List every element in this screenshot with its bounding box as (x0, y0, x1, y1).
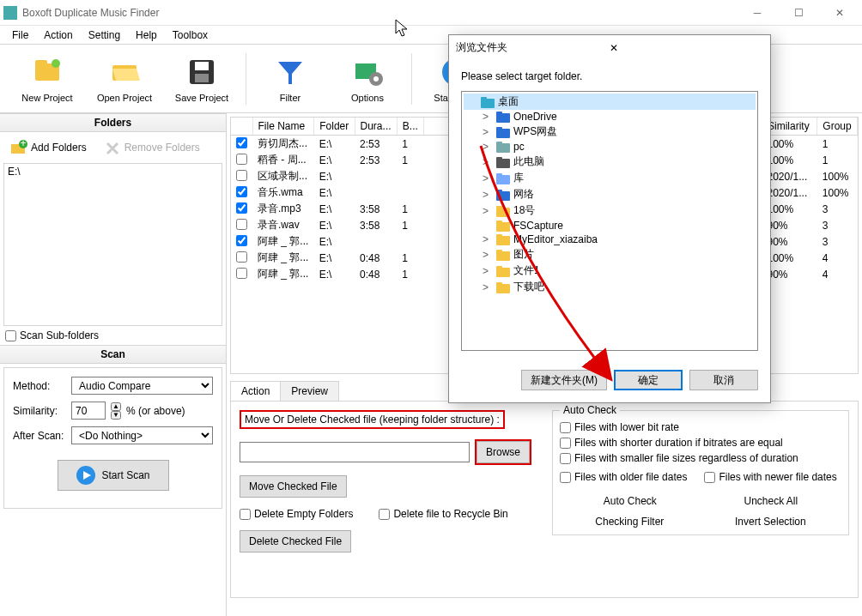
expand-icon[interactable]: > (483, 233, 493, 245)
move-checked-button[interactable]: Move Checked File (240, 475, 347, 498)
remove-folders-button[interactable]: Remove Folders (99, 137, 205, 158)
svg-rect-45 (496, 282, 502, 286)
expand-icon[interactable]: > (483, 265, 493, 277)
tree-item[interactable]: >网络 (464, 186, 756, 202)
folder-tree[interactable]: 桌面>OneDrive>WPS网盘>pc>此电脑>库>网络>18号FSCaptu… (461, 91, 758, 351)
menu-toolbox[interactable]: Toolbox (166, 27, 215, 43)
svg-rect-7 (195, 62, 209, 70)
new-folder-button[interactable]: 新建文件夹(M) (521, 370, 607, 390)
tree-item[interactable]: >pc (464, 140, 756, 154)
row-checkbox[interactable] (236, 235, 247, 246)
method-select[interactable]: Audio Compare (71, 377, 213, 395)
start-scan-button[interactable]: Start Scan (58, 460, 169, 491)
folder-entry[interactable]: E:\ (8, 166, 218, 178)
minimize-button[interactable]: ─ (738, 1, 776, 25)
delete-recycle-checkbox[interactable] (379, 509, 390, 520)
column-header[interactable]: B... (397, 118, 423, 136)
tree-item[interactable]: FSCapture (464, 219, 756, 233)
filter-icon (273, 55, 307, 89)
menu-setting[interactable]: Setting (82, 27, 127, 43)
row-checkbox[interactable] (236, 251, 247, 263)
ac-older-dates[interactable] (560, 472, 571, 483)
filter-button[interactable]: Filter (252, 48, 329, 110)
ac-newer-dates[interactable] (704, 472, 715, 483)
tree-item[interactable]: 桌面 (464, 94, 756, 110)
invert-selection-button[interactable]: Invert Selection (735, 516, 806, 528)
similarity-down[interactable]: ▼ (111, 411, 121, 420)
expand-icon[interactable]: > (483, 281, 493, 293)
after-scan-select[interactable]: <Do Nothing> (71, 426, 213, 444)
tab-action[interactable]: Action (230, 381, 281, 401)
open-project-button[interactable]: Open Project (86, 48, 163, 110)
maximize-button[interactable]: ☐ (780, 1, 817, 25)
tree-item[interactable]: >WPS网盘 (464, 124, 756, 140)
app-icon (3, 6, 17, 20)
close-button[interactable]: ✕ (821, 1, 859, 25)
similarity-suffix: % (or above) (126, 405, 185, 417)
browse-button[interactable]: Browse (477, 441, 530, 463)
row-checkbox[interactable] (236, 202, 247, 214)
menu-file[interactable]: File (5, 27, 35, 43)
options-button[interactable]: Options (329, 48, 406, 110)
expand-icon[interactable]: > (483, 156, 493, 168)
column-header[interactable]: File Name (252, 118, 314, 136)
dialog-close-button[interactable]: ✕ (610, 42, 763, 54)
ac-smaller-size[interactable] (560, 453, 571, 464)
new-project-button[interactable]: New Project (9, 48, 86, 110)
tree-item[interactable]: >文件1 (464, 263, 756, 279)
expand-icon[interactable]: > (483, 111, 493, 123)
ok-button[interactable]: 确定 (614, 370, 683, 390)
save-project-button[interactable]: Save Project (163, 48, 240, 110)
tree-item[interactable]: >18号 (464, 202, 756, 219)
expand-icon[interactable]: > (483, 172, 493, 184)
ac-lower-bitrate[interactable] (560, 422, 571, 433)
scan-subfolders-checkbox[interactable] (5, 330, 16, 341)
bottom-tabs: Action Preview Move Or Delete Checked fi… (230, 381, 859, 598)
similarity-up[interactable]: ▲ (111, 402, 121, 411)
options-icon (350, 55, 385, 89)
auto-check-button[interactable]: Auto Check (604, 495, 657, 507)
browse-folder-dialog: 浏览文件夹 ✕ Please select target folder. 桌面>… (448, 34, 771, 403)
target-folder-input[interactable] (240, 442, 470, 462)
menu-action[interactable]: Action (37, 27, 79, 43)
uncheck-all-button[interactable]: Uncheck All (744, 495, 798, 507)
tree-item[interactable]: >OneDrive (464, 110, 756, 124)
auto-check-panel: Auto Check Files with lower bit rate Fil… (552, 410, 849, 589)
column-header[interactable]: Folder (314, 118, 355, 136)
similarity-input[interactable] (71, 402, 106, 420)
row-checkbox[interactable] (236, 268, 247, 279)
tab-preview[interactable]: Preview (280, 381, 339, 401)
new-project-icon (30, 55, 64, 89)
expand-icon[interactable]: > (483, 205, 493, 217)
delete-checked-button[interactable]: Delete Checked File (240, 530, 351, 553)
ac-shorter-duration[interactable] (560, 438, 571, 449)
cancel-button[interactable]: 取消 (689, 370, 758, 390)
delete-empty-checkbox[interactable] (240, 509, 251, 520)
tree-item[interactable]: >图片 (464, 246, 756, 263)
titlebar: Boxoft Duplicate Music Finder ─ ☐ ✕ (0, 0, 862, 26)
expand-icon[interactable]: > (483, 141, 493, 153)
svg-point-12 (373, 76, 379, 82)
svg-rect-43 (496, 266, 502, 269)
checking-filter-button[interactable]: Checking Filter (595, 516, 664, 528)
svg-rect-8 (195, 74, 209, 82)
row-checkbox[interactable] (236, 170, 247, 181)
row-checkbox[interactable] (236, 219, 247, 230)
menu-help[interactable]: Help (129, 27, 164, 43)
row-checkbox[interactable] (236, 154, 247, 165)
tree-item[interactable]: >MyEditor_xiazaiba (464, 233, 756, 246)
tree-item[interactable]: >此电脑 (464, 154, 756, 170)
add-folders-button[interactable]: + Add Folders (5, 137, 92, 158)
folder-list[interactable]: E:\ (3, 163, 222, 326)
expand-icon[interactable]: > (483, 249, 493, 261)
row-checkbox[interactable] (236, 137, 247, 148)
play-icon (76, 465, 96, 486)
tree-item[interactable]: >库 (464, 170, 756, 186)
row-checkbox[interactable] (236, 186, 247, 197)
tree-item[interactable]: >下载吧 (464, 279, 756, 295)
column-header[interactable]: Group (817, 118, 858, 136)
expand-icon[interactable]: > (483, 126, 493, 138)
expand-icon[interactable]: > (483, 189, 493, 201)
column-header[interactable]: Dura... (355, 118, 397, 136)
svg-text:+: + (20, 140, 26, 149)
